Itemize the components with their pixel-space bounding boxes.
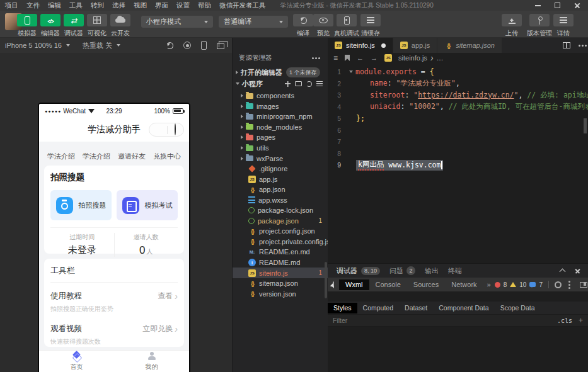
tab-sitemap-json[interactable]: sitemap.json (437, 38, 502, 53)
exit-button[interactable] (175, 124, 176, 135)
menu-select[interactable]: 选择 (112, 1, 125, 10)
tree-file-project-private-config[interactable]: project.private.config.js… (233, 237, 328, 247)
device-frame-icon[interactable] (201, 41, 207, 50)
tabbar-home[interactable]: 首页 (39, 351, 114, 372)
tab-intro-1[interactable]: 学法介绍 (47, 152, 75, 161)
inspector-tab-scope-data[interactable]: Scope Data (495, 303, 541, 313)
tree-file-package-json[interactable]: package.json1 (233, 216, 328, 227)
filter-input[interactable] (333, 317, 557, 324)
maximize-button[interactable] (555, 3, 560, 8)
photo-search-tile[interactable]: 拍照搜题 (50, 190, 112, 220)
navigate-forward-icon[interactable] (371, 54, 378, 62)
tree-file-app-js[interactable]: app.js (233, 174, 328, 184)
upload-button[interactable]: 上传 (498, 14, 526, 38)
tree-file-readme[interactable]: README.md (233, 257, 328, 268)
more-actions-icon[interactable] (312, 57, 314, 59)
tree-folder-components[interactable]: components (233, 91, 328, 101)
mock-exam-tile[interactable]: 模拟考试 (117, 190, 178, 220)
split-editor-icon[interactable] (563, 42, 570, 48)
menu-devtools[interactable]: 微信开发者工具 (219, 1, 266, 10)
tree-folder-node-modules[interactable]: node_modules (233, 122, 328, 133)
watch-video-row[interactable]: 观看视频 立即兑换 (50, 324, 178, 334)
menu-edit[interactable]: 编辑 (48, 1, 61, 10)
collapse-panel-icon[interactable] (560, 269, 566, 275)
menu-project[interactable]: 项目 (5, 1, 18, 10)
collapse-all-icon[interactable] (316, 81, 323, 86)
outline-menu-icon[interactable] (333, 54, 338, 62)
menu-settings[interactable]: 设置 (176, 1, 190, 10)
bookmark-icon[interactable] (345, 55, 350, 61)
menu-goto[interactable]: 转到 (91, 1, 104, 10)
menu-tools[interactable]: 工具 (69, 1, 83, 10)
navigate-back-icon[interactable] (357, 54, 364, 62)
gear-icon[interactable] (555, 281, 562, 288)
tree-file-gitignore[interactable]: .gitignore (233, 164, 328, 174)
devtools-tab-sources[interactable]: Sources (407, 279, 445, 290)
tree-file-app-json[interactable]: app.json (233, 184, 328, 195)
dock-side-icon[interactable] (580, 282, 587, 288)
minimize-button[interactable] (535, 5, 541, 6)
tab-exchange[interactable]: 兑换中心 (153, 152, 181, 161)
tree-file-app-wxss[interactable]: app.wxss (233, 194, 328, 205)
more-actions-icon[interactable] (579, 45, 580, 47)
tree-folder-miniprogram-npm[interactable]: miniprogram_npm (233, 111, 328, 122)
tree-file-sitemap-json[interactable]: sitemap.json (233, 278, 328, 289)
tab-problems[interactable]: 问题2 (389, 266, 415, 276)
new-file-icon[interactable] (285, 81, 291, 87)
tab-terminal[interactable]: 终端 (448, 266, 462, 276)
open-editors-section[interactable]: 打开的编辑器 1 个未保存 (233, 67, 328, 78)
tree-folder-wxparse[interactable]: wxParse (233, 153, 328, 164)
tab-invite[interactable]: 邀请好友 (118, 152, 146, 161)
inspector-tab-styles[interactable]: Styles (328, 303, 357, 313)
tree-file-siteinfo-js[interactable]: siteinfo.js1 (233, 268, 328, 278)
tutorial-row[interactable]: 使用教程 查看 (50, 291, 178, 302)
inspector-tab-computed[interactable]: Computed (357, 303, 399, 313)
tree-file-package-lock[interactable]: package-lock.json (233, 205, 328, 216)
tab-debugger[interactable]: 调试器8, 10 (337, 266, 380, 276)
tree-file-readme-en[interactable]: README.en.md (233, 247, 328, 257)
tree-folder-utils[interactable]: utils (233, 143, 328, 154)
hot-reload-dropdown[interactable]: 热重载 关 (83, 41, 120, 50)
restart-simulator-icon[interactable] (166, 42, 173, 49)
detach-window-icon[interactable] (217, 43, 224, 49)
tree-file-version-json[interactable]: version.json (233, 288, 328, 299)
tab-intro-2[interactable]: 学法介绍 (83, 152, 110, 161)
code-editor[interactable]: 1module.exports = { 2name: "学法减分专业版", 3s… (328, 63, 588, 263)
devtools-tab-network[interactable]: Network (445, 279, 483, 290)
cloud-dev-button[interactable]: 云开发 (106, 14, 135, 38)
inspector-tab-component-data[interactable]: Component Data (433, 303, 494, 313)
record-icon[interactable] (183, 42, 191, 49)
mode-select-dropdown[interactable]: 小程序模式 (141, 16, 213, 28)
close-button[interactable] (574, 3, 580, 9)
refresh-icon[interactable] (306, 81, 312, 87)
breadcrumb[interactable]: siteinfo.js … (384, 53, 444, 63)
clear-cache-button[interactable]: 清缓存 (357, 14, 384, 38)
close-panel-icon[interactable] (575, 268, 580, 274)
menu-help[interactable]: 帮助 (198, 1, 211, 10)
kebab-menu-icon[interactable] (568, 284, 570, 286)
tab-output[interactable]: 输出 (425, 266, 439, 276)
menu-file[interactable]: 文件 (26, 1, 40, 10)
tab-siteinfo-js[interactable]: siteinfo.js (328, 38, 393, 53)
fold-caret-icon[interactable] (349, 70, 353, 73)
menu-view[interactable]: 视图 (134, 1, 147, 10)
compile-mode-dropdown[interactable]: 普通编译 (219, 16, 288, 28)
explorer-scrollbar[interactable] (325, 262, 327, 298)
project-section[interactable]: 小程序 (233, 78, 328, 89)
tree-folder-pages[interactable]: pages (233, 132, 328, 143)
editor-scrollbar[interactable] (584, 118, 587, 133)
menu-interface[interactable]: 界面 (155, 1, 168, 10)
cls-toggle[interactable]: .cls (557, 317, 572, 324)
devtools-tab-console[interactable]: Console (369, 279, 407, 290)
tab-app-js[interactable]: app.js (393, 38, 437, 53)
tree-file-project-config[interactable]: project.config.json (233, 226, 328, 237)
new-folder-icon[interactable] (295, 81, 302, 86)
more-tabs-button[interactable]: » (483, 281, 495, 288)
inspector-tab-dataset[interactable]: Dataset (399, 303, 433, 313)
inspect-element-icon[interactable] (333, 281, 334, 288)
add-style-button[interactable]: + (579, 316, 583, 325)
details-button[interactable]: 详情 (550, 14, 577, 38)
device-select-dropdown[interactable]: iPhone 5 100% 16 (5, 42, 70, 49)
devtools-tab-wxml[interactable]: Wxml (339, 279, 369, 290)
tabbar-mine[interactable]: 我的 (114, 351, 189, 372)
